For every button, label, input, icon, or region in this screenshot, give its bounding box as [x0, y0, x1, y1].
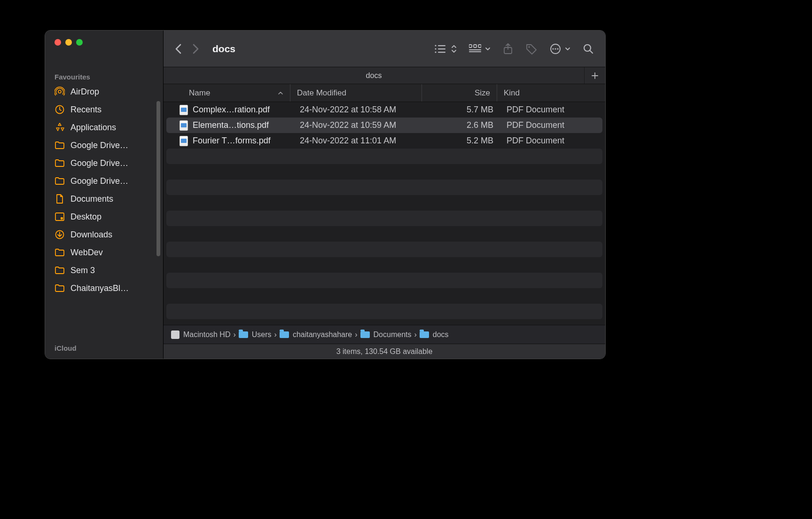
sidebar-item-label: ChaitanyasBl… — [70, 283, 129, 293]
folder-icon — [55, 140, 65, 150]
file-row[interactable]: Elementa…tions.pdf24-Nov-2022 at 10:59 A… — [166, 118, 602, 133]
file-row[interactable]: Fourier T…forms.pdf24-Nov-2022 at 11:01 … — [166, 133, 602, 149]
path-crumb[interactable]: chaitanyashahare — [280, 330, 352, 339]
tab-label: docs — [366, 71, 382, 80]
folder-icon — [55, 247, 65, 258]
file-name: Fourier T…forms.pdf — [193, 136, 271, 146]
plus-icon — [591, 72, 599, 79]
share-button[interactable] — [503, 43, 513, 55]
chevron-down-icon — [485, 47, 491, 51]
sidebar-item-documents[interactable]: Documents — [45, 190, 163, 208]
file-listing: Complex…ration.pdf24-Nov-2022 at 10:58 A… — [164, 102, 605, 325]
path-crumb[interactable]: docs — [420, 330, 449, 339]
sidebar-list: AirDropRecentsApplicationsGoogle Drive…G… — [45, 83, 163, 297]
search-button[interactable] — [583, 43, 594, 55]
col-kind[interactable]: Kind — [497, 84, 605, 102]
sidebar-item-downloads[interactable]: Downloads — [45, 226, 163, 244]
sidebar-item-airdrop[interactable]: AirDrop — [45, 83, 163, 101]
empty-row — [166, 288, 602, 304]
empty-row — [166, 180, 602, 195]
sidebar-item-chaitanyasbl[interactable]: ChaitanyasBl… — [45, 279, 163, 297]
empty-row — [166, 149, 602, 164]
svg-rect-12 — [474, 45, 476, 47]
chevron-updown-icon — [451, 44, 457, 54]
path-crumb[interactable]: Macintosh HD — [171, 330, 230, 339]
apps-icon — [55, 122, 65, 133]
tab-docs[interactable]: docs — [164, 67, 585, 84]
path-crumb-label: Macintosh HD — [183, 330, 230, 339]
svg-point-7 — [435, 48, 436, 49]
sidebar-item-google-drive[interactable]: Google Drive… — [45, 154, 163, 172]
minimize-window-button[interactable] — [65, 39, 72, 46]
empty-row — [166, 273, 602, 288]
path-crumb[interactable]: Users — [239, 330, 272, 339]
new-tab-button[interactable] — [585, 67, 605, 84]
path-crumb-label: Users — [252, 330, 272, 339]
file-name: Elementa…tions.pdf — [193, 120, 269, 130]
status-text: 3 items, 130.54 GB available — [336, 347, 433, 356]
file-date: 24-Nov-2022 at 11:01 AM — [293, 136, 425, 146]
sidebar-scrollbar-thumb[interactable] — [156, 101, 160, 256]
sidebar-item-label: Downloads — [70, 230, 112, 240]
tab-bar: docs — [164, 67, 605, 84]
airdrop-icon — [55, 86, 65, 97]
sidebar-item-label: Sem 3 — [70, 266, 95, 275]
svg-point-5 — [435, 45, 436, 46]
path-crumb-label: chaitanyashahare — [293, 330, 352, 339]
svg-rect-10 — [438, 52, 445, 53]
sidebar-item-label: Documents — [70, 194, 113, 204]
svg-rect-15 — [469, 49, 481, 50]
sidebar-item-google-drive[interactable]: Google Drive… — [45, 136, 163, 154]
folder-icon — [55, 283, 65, 293]
toolbar: docs — [164, 31, 605, 67]
sidebar-item-google-drive[interactable]: Google Drive… — [45, 172, 163, 190]
more-actions-button[interactable] — [550, 43, 570, 55]
col-name[interactable]: Name — [164, 84, 290, 102]
svg-point-20 — [554, 48, 556, 49]
nav-back-button[interactable] — [175, 44, 181, 54]
group-items-button[interactable] — [469, 44, 491, 54]
pdf-file-icon — [180, 105, 188, 115]
folder-icon — [280, 331, 289, 338]
file-date: 24-Nov-2022 at 10:58 AM — [293, 105, 425, 115]
sidebar-item-applications[interactable]: Applications — [45, 118, 163, 136]
empty-row — [166, 242, 602, 257]
sidebar-item-label: Google Drive… — [70, 176, 128, 186]
view-list-button[interactable] — [434, 44, 457, 54]
sidebar-item-label: Applications — [70, 123, 116, 133]
window-controls — [45, 31, 163, 59]
tags-button[interactable] — [525, 43, 538, 55]
file-kind: PDF Document — [500, 120, 602, 130]
file-size: 5.2 MB — [425, 136, 500, 146]
sidebar-item-desktop[interactable]: Desktop — [45, 208, 163, 226]
pdf-file-icon — [180, 120, 188, 131]
sidebar-scrollbar[interactable] — [156, 101, 160, 256]
svg-rect-14 — [469, 51, 481, 52]
sidebar-item-webdev[interactable]: WebDev — [45, 244, 163, 261]
sidebar: Favourites AirDropRecentsApplicationsGoo… — [45, 31, 164, 359]
file-kind: PDF Document — [500, 136, 602, 146]
path-crumb[interactable]: Documents — [360, 330, 412, 339]
col-size[interactable]: Size — [422, 84, 497, 102]
path-crumb-label: docs — [433, 330, 449, 339]
main-area: docs — [164, 31, 605, 359]
sidebar-item-sem-3[interactable]: Sem 3 — [45, 261, 163, 279]
file-row[interactable]: Complex…ration.pdf24-Nov-2022 at 10:58 A… — [166, 102, 602, 118]
folder-icon — [55, 265, 65, 275]
download-icon — [55, 229, 65, 240]
status-bar: 3 items, 130.54 GB available — [164, 344, 605, 359]
nav-forward-button[interactable] — [193, 44, 199, 54]
file-name: Complex…ration.pdf — [193, 105, 270, 115]
column-header: Name Date Modified Size Kind — [164, 84, 605, 102]
clock-icon — [55, 104, 65, 115]
sidebar-section-favourites: Favourites — [45, 59, 163, 83]
svg-rect-3 — [61, 217, 63, 220]
folder-icon — [55, 158, 65, 168]
close-window-button[interactable] — [55, 39, 61, 46]
sort-ascending-icon — [278, 91, 283, 95]
col-date[interactable]: Date Modified — [290, 84, 422, 102]
fullscreen-window-button[interactable] — [76, 39, 83, 46]
sidebar-item-recents[interactable]: Recents — [45, 101, 163, 118]
disk-icon — [171, 330, 180, 339]
file-date: 24-Nov-2022 at 10:59 AM — [293, 120, 425, 130]
